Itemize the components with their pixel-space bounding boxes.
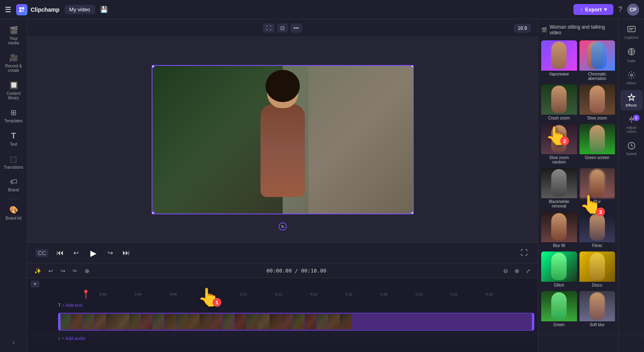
thumb-strip (118, 314, 129, 329)
cut-button[interactable]: ✂ (71, 266, 79, 275)
timeline-ruler: 0:02 0:04 0:06 0:08 0:10 0:12 0:14 0:16 … (27, 289, 538, 299)
right-icon-effects[interactable]: Effects (620, 90, 643, 111)
right-panel: 🎬 Woman sitting and talking video Vaporw… (538, 19, 618, 352)
right-icon-filters[interactable]: Filters (620, 68, 643, 88)
effect-glitch-label: Glitch (541, 282, 577, 289)
effect-blur[interactable]: Blur (579, 168, 615, 210)
sidebar-collapse-btn[interactable]: › (9, 336, 18, 349)
brandkit-icon: 🎨 (9, 205, 18, 214)
thumb-strip (235, 314, 246, 329)
effect-vaporwave-thumb (541, 40, 577, 71)
thumb-strip (281, 314, 293, 329)
effect-disco[interactable]: Disco (579, 251, 615, 289)
save-icon[interactable]: 💾 (100, 6, 108, 13)
effect-blurfill-label: Blur fill (541, 242, 577, 249)
rotation-handle[interactable]: ↻ (279, 222, 287, 230)
sidebar-item-text[interactable]: T Text (2, 128, 26, 150)
text-track-icon: T (58, 303, 61, 308)
sidebar-item-brandkit[interactable]: 🎨 Brand kit (2, 202, 26, 224)
right-icon-captions[interactable]: Captions (620, 23, 643, 43)
add-text-label: + Add text (63, 303, 82, 308)
hamburger-icon[interactable]: ☰ (5, 5, 11, 14)
fit-button[interactable]: ⊡ (277, 23, 288, 33)
fullscreen-button[interactable]: ⛶ (519, 247, 529, 259)
ruler-mark: 0:18 (367, 292, 402, 296)
add-audio-row: ♪ + Add audio (27, 332, 538, 344)
thumb-strip (129, 314, 141, 329)
timeline-toolbar: ✨ ↩ ↪ ✂ ⊕ 00:00.00 / 00:18.80 ⊖ ⊕ ⤢ (27, 264, 538, 278)
figure-disco (590, 253, 605, 280)
sidebar-item-templates[interactable]: ⊞ Templates (2, 105, 26, 126)
next-button[interactable]: ⏭ (121, 247, 131, 259)
track-left-handle[interactable] (58, 313, 60, 330)
redo-button[interactable]: ↪ (58, 266, 67, 275)
thumb-strip (71, 314, 82, 329)
play-button[interactable]: ▶ (87, 247, 100, 260)
sidebar-item-content[interactable]: 🔲 Content library (2, 78, 26, 103)
thumb-strip (305, 314, 316, 329)
undo-button[interactable]: ↩ (46, 266, 55, 275)
timeline-dropdown-button[interactable]: ▾ (31, 281, 40, 287)
thumb-strip (317, 314, 328, 329)
figure-slowzoomrandom (551, 125, 567, 153)
canvas-tools: ⛶ ⊡ ••• (263, 23, 302, 33)
app-name: Clipchamp (31, 6, 60, 13)
crop-button[interactable]: ⛶ (263, 23, 275, 33)
zoom-fit-button[interactable]: ⤢ (524, 266, 533, 275)
right-icon-adjust[interactable]: Adjust colors 2 (620, 112, 643, 137)
effect-extra-1[interactable]: Green (541, 291, 577, 328)
effect-chromatic[interactable]: Chromatic aberration (579, 40, 615, 82)
video-track[interactable] (58, 313, 534, 331)
add-clip-button[interactable]: ⊕ (83, 266, 92, 275)
back5-button[interactable]: ↩ (72, 247, 80, 258)
sidebar-item-record[interactable]: 🎥 Record & create (2, 50, 26, 76)
right-icon-fade[interactable]: Fade (620, 44, 643, 66)
effect-bw-removal[interactable]: Black/white removal (541, 168, 577, 210)
speed-icon (627, 142, 636, 151)
video-title[interactable]: My video (65, 5, 95, 14)
prev-button[interactable]: ⏮ (55, 247, 65, 259)
help-icon[interactable]: ? (618, 5, 622, 14)
resize-handle-bl[interactable] (152, 212, 154, 214)
aspect-ratio-badge[interactable]: 16:9 (514, 24, 531, 33)
effect-glitch[interactable]: Glitch (541, 251, 577, 289)
more-button[interactable]: ••• (290, 23, 302, 33)
effect-green-screen[interactable]: Green screen (579, 124, 615, 166)
figure-extra-2 (590, 292, 605, 320)
track-right-handle[interactable] (532, 313, 534, 330)
zoom-out-button[interactable]: ⊖ (501, 266, 510, 275)
effect-crash-zoom[interactable]: Crash zoom (541, 84, 577, 122)
sidebar-item-media[interactable]: 🎬 Your media (2, 23, 26, 48)
effect-blur-fill[interactable]: Blur fill (541, 212, 577, 249)
thumb-strip (176, 314, 188, 329)
export-label: Export (585, 6, 602, 13)
add-text-button[interactable]: T + Add text (58, 303, 82, 308)
sidebar-item-brand[interactable]: 🏷 Brand (2, 174, 26, 195)
fwd5-button[interactable]: ↪ (106, 247, 115, 258)
zoom-in-button[interactable]: ⊕ (513, 266, 521, 275)
resize-handle-br[interactable] (411, 212, 414, 214)
effects-panel-title: 🎬 Woman sitting and talking video (541, 23, 615, 37)
sidebar-item-transitions[interactable]: ⬚ Transitions (2, 151, 26, 173)
captions-control[interactable]: CC (35, 249, 48, 257)
thumb-strip (200, 314, 211, 329)
figure-chromatic-2 (591, 42, 606, 69)
video-container[interactable] (152, 65, 414, 214)
right-icon-speed[interactable]: Speed (620, 138, 643, 159)
thumb-strip (270, 314, 281, 329)
ai-enhance-button[interactable]: ✨ (32, 266, 43, 275)
effect-slow-zoom[interactable]: Slow zoom (579, 84, 615, 122)
figure-filmic (590, 213, 605, 241)
resize-handle-tl[interactable] (152, 65, 154, 68)
export-button[interactable]: ↑ Export ▾ (573, 4, 613, 15)
thumb-strip (211, 314, 223, 329)
ruler-mark: 0:06 (156, 292, 191, 296)
effect-vaporwave[interactable]: Vaporwave (541, 40, 577, 82)
user-avatar[interactable]: CP (627, 4, 639, 16)
resize-handle-tr[interactable] (411, 65, 414, 68)
effect-filmic[interactable]: Filmic (579, 212, 615, 249)
export-up-icon: ↑ (580, 6, 583, 13)
effect-extra-2[interactable]: Soft blur (579, 291, 615, 328)
effect-extra-1-label: Green (541, 321, 577, 328)
effect-slow-zoom-random[interactable]: Slow zoom random (541, 124, 577, 166)
